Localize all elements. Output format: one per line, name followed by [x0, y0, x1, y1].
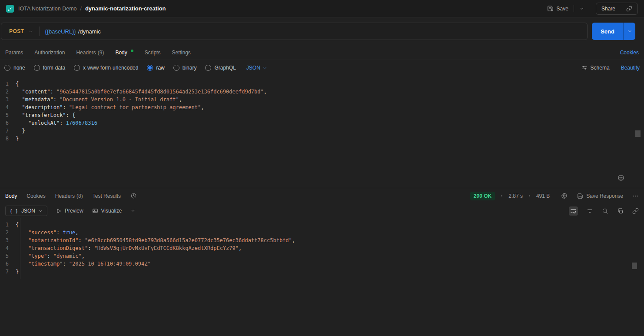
response-time: 2.87 s — [508, 193, 523, 199]
sliders-icon — [581, 65, 588, 71]
request-body-editor[interactable]: 1{2 "content": "96a5447815a0bf0e7efa6684… — [0, 76, 644, 188]
body-type-binary[interactable]: binary — [173, 65, 197, 71]
code-line: 3 "notarizationId": "e6f8ccb6950458fd9eb… — [0, 236, 644, 244]
radio-selected-icon — [147, 65, 153, 71]
line-number: 4 — [0, 244, 16, 252]
app-header: IOTA Notarization Demo / dynamic-notariz… — [0, 0, 644, 17]
line-content: } — [16, 135, 19, 143]
save-dropdown-button[interactable] — [576, 3, 588, 14]
response-toolbar: { } JSON Preview Visualize — [0, 203, 644, 218]
tab-body[interactable]: Body — [115, 50, 133, 56]
more-options-icon[interactable] — [632, 193, 639, 200]
chevron-down-icon — [579, 6, 584, 11]
send-dropdown-button[interactable] — [623, 23, 635, 40]
line-content: { — [16, 221, 19, 229]
collapse-chevron-icon[interactable] — [130, 208, 136, 213]
response-format-label: JSON — [21, 208, 35, 214]
code-line: 4 "transactionDigest": "HdWsV3gjUrDvMxUv… — [0, 244, 644, 252]
filter-button[interactable] — [587, 208, 593, 214]
body-type-graphql[interactable]: GraphQL — [205, 65, 236, 71]
line-content: } — [16, 127, 25, 135]
request-body-code: 1{2 "content": "96a5447815a0bf0e7efa6684… — [0, 80, 644, 143]
response-history-button[interactable] — [130, 193, 137, 199]
request-url-bar: POST {{baseURL}} /dynamic Send — [1, 23, 635, 40]
meta-separator-dot — [529, 195, 530, 196]
code-line: 5 "type": "dynamic", — [0, 252, 644, 260]
code-line: 1{ — [0, 80, 644, 88]
link-button[interactable] — [632, 208, 639, 214]
network-globe-icon[interactable] — [561, 193, 568, 199]
breadcrumb-separator: / — [80, 6, 82, 12]
body-type-bar: none form-data x-www-form-urlencoded raw… — [0, 60, 644, 76]
send-button-label: Send — [601, 28, 614, 35]
code-line: 6 "unlockAt": 1760678316 — [0, 119, 644, 127]
copy-button[interactable] — [617, 208, 624, 214]
response-tab-test-results[interactable]: Test Results — [93, 193, 121, 199]
line-content: } — [16, 268, 19, 276]
search-button[interactable] — [602, 208, 608, 214]
save-split-divider — [574, 5, 574, 12]
send-button[interactable]: Send — [592, 23, 623, 40]
tab-headers[interactable]: Headers (9) — [76, 50, 104, 56]
line-number: 5 — [0, 252, 16, 260]
save-icon — [547, 5, 554, 12]
workspace-name[interactable]: IOTA Notarization Demo — [18, 6, 77, 12]
line-content: "content": "96a5447815a0bf0e7efa66845f4d… — [16, 88, 267, 96]
tab-settings-label: Settings — [172, 50, 190, 56]
request-tabs: Params Authorization Headers (9) Body Sc… — [0, 45, 644, 60]
save-button[interactable]: Save — [544, 3, 572, 14]
schema-button[interactable]: Schema — [581, 65, 610, 71]
code-line: 4 "description": "Legal contract for par… — [0, 103, 644, 111]
method-select[interactable]: POST — [1, 23, 39, 40]
body-type-none-label: none — [13, 65, 25, 71]
raw-language-label: JSON — [246, 65, 260, 71]
chevron-down-icon — [262, 66, 267, 70]
beautify-button[interactable]: Beautify — [621, 65, 640, 71]
response-tab-test-results-label: Test Results — [93, 193, 121, 199]
request-editor-scrollbar[interactable] — [635, 130, 641, 137]
body-type-form-data[interactable]: form-data — [34, 65, 65, 71]
copy-link-button[interactable] — [621, 3, 637, 14]
line-content: "transferLock": { — [16, 111, 75, 119]
request-url-box: POST {{baseURL}} /dynamic — [1, 23, 588, 40]
body-type-none[interactable]: none — [4, 65, 25, 71]
preview-button[interactable]: Preview — [56, 208, 83, 214]
chevron-down-icon — [28, 29, 33, 34]
radio-icon — [4, 65, 10, 71]
tab-params[interactable]: Params — [5, 50, 23, 56]
cookies-link[interactable]: Cookies — [620, 50, 639, 56]
line-number: 1 — [0, 80, 16, 88]
response-tab-body[interactable]: Body — [5, 193, 17, 199]
chevron-down-icon — [38, 209, 43, 213]
postbot-icon[interactable] — [617, 174, 625, 182]
body-type-x-www-form-urlencoded[interactable]: x-www-form-urlencoded — [74, 65, 138, 71]
response-tab-cookies[interactable]: Cookies — [27, 193, 45, 199]
radio-icon — [205, 65, 211, 71]
code-line: 6 "timestamp": "2025-10-16T10:49:09.094Z… — [0, 260, 644, 268]
line-number: 7 — [0, 127, 16, 135]
wrap-text-button[interactable] — [569, 206, 578, 216]
request-title: dynamic-notarization-creation — [85, 5, 166, 12]
tab-body-label: Body — [115, 50, 127, 56]
url-input[interactable]: {{baseURL}} /dynamic — [40, 23, 587, 40]
share-button[interactable]: Share — [596, 3, 621, 14]
raw-language-select[interactable]: JSON — [246, 65, 267, 71]
share-button-label: Share — [601, 6, 615, 12]
response-viewer-scrollbar[interactable] — [632, 263, 637, 269]
line-content: "unlockAt": 1760678316 — [16, 119, 97, 127]
body-type-raw[interactable]: raw — [147, 65, 164, 71]
visualize-button[interactable]: Visualize — [92, 208, 122, 214]
save-response-button[interactable]: Save Response — [577, 193, 623, 199]
line-number: 7 — [0, 268, 16, 276]
response-tab-headers[interactable]: Headers (8) — [55, 193, 83, 199]
code-line: 5 "transferLock": { — [0, 111, 644, 119]
tab-scripts[interactable]: Scripts — [145, 50, 161, 56]
body-modified-dot — [131, 50, 133, 52]
save-response-icon — [577, 193, 583, 199]
body-type-form-data-label: form-data — [43, 65, 65, 71]
response-format-select[interactable]: { } JSON — [5, 206, 47, 216]
line-content: "description": "Legal contract for partn… — [16, 103, 204, 111]
response-body-viewer[interactable]: 1{2 "success": true,3 "notarizationId": … — [0, 218, 644, 336]
tab-authorization[interactable]: Authorization — [34, 50, 65, 56]
tab-settings[interactable]: Settings — [172, 50, 190, 56]
